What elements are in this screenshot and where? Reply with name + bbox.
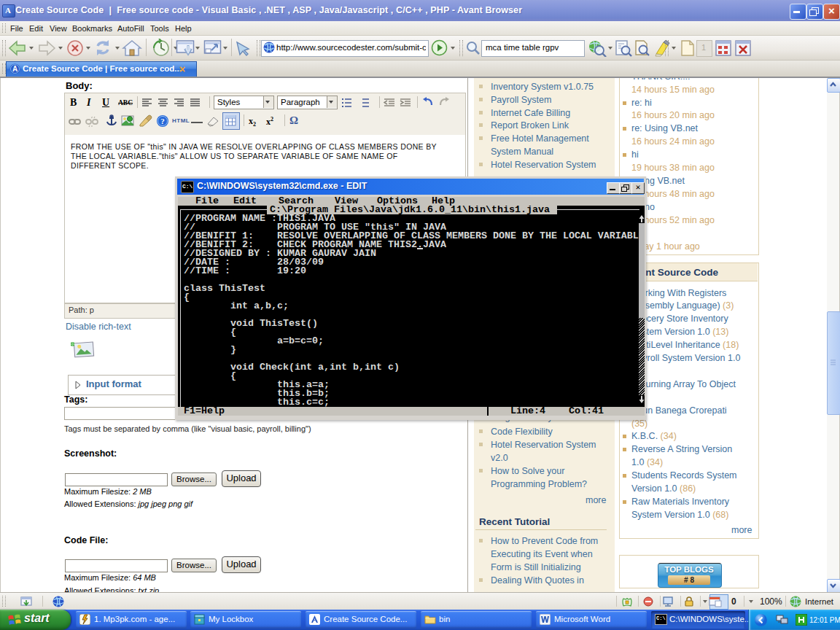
svg-text:A: A (12, 65, 18, 73)
svg-text:?: ? (160, 117, 165, 125)
